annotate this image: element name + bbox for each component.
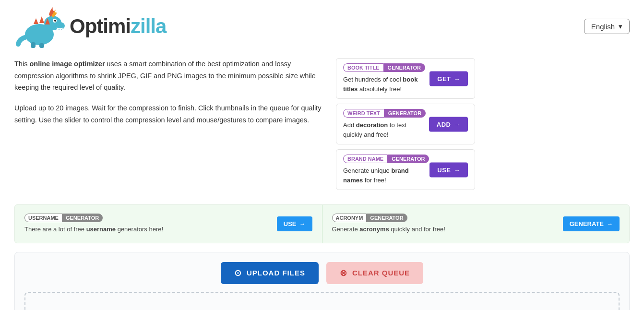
arrow-icon: →: [454, 166, 461, 173]
logo-optimi: Optimi: [70, 15, 131, 37]
desc-bold: online image optimizer: [29, 60, 105, 68]
description-paragraph-1: This online image optimizer uses a smart…: [14, 58, 326, 94]
acronym-item-text: ACRONYMGENERATOR Generate acronyms quick…: [332, 214, 555, 234]
brand-name-btn[interactable]: USE →: [429, 162, 468, 177]
username-use-btn[interactable]: USE →: [277, 216, 312, 231]
main-layout: This online image optimizer uses a smart…: [0, 58, 644, 195]
book-title-tag: BOOK TITLE: [343, 63, 383, 72]
carousel-left-arrow[interactable]: ‹: [10, 308, 14, 310]
logo-area: Optimizilla: [14, 5, 166, 48]
desc2-text: Upload up to 20 images. Wait for the com…: [14, 104, 321, 124]
carousel-right-arrow[interactable]: ›: [630, 308, 634, 310]
upload-files-button[interactable]: ⊙ UPLOAD FILES: [221, 262, 319, 284]
acronym-btn-label: GENERATE: [570, 220, 604, 227]
username-desc: There are a lot of free username generat…: [24, 225, 269, 234]
arrow-icon: →: [454, 120, 461, 128]
acronym-generator-item: ACRONYMGENERATOR Generate acronyms quick…: [322, 205, 630, 243]
language-selector[interactable]: English ▾: [584, 19, 630, 34]
brand-name-card: BRAND NAMEGENERATOR Generate unique bran…: [336, 149, 475, 190]
book-title-desc: Get hundreds of cool book titles absolut…: [343, 75, 420, 94]
book-title-btn[interactable]: GET →: [429, 71, 468, 86]
brand-name-btn-label: USE: [437, 166, 451, 173]
svg-rect-5: [57, 28, 59, 30]
upload-label: UPLOAD FILES: [247, 269, 305, 277]
weird-text-btn[interactable]: ADD →: [429, 117, 468, 131]
upload-area: ⊙ UPLOAD FILES ⊗ CLEAR QUEUE ‹ Drop Your…: [14, 252, 630, 310]
username-generator-item: USERNAMEGENERATOR There are a lot of fre…: [15, 205, 322, 243]
brand-name-desc: Generate unique brand names for free!: [343, 166, 420, 185]
weird-text-desc: Add decoration to text quickly and free!: [343, 120, 420, 139]
header: Optimizilla English ▾: [0, 0, 644, 53]
logo-zilla: zilla: [131, 15, 166, 37]
brand-name-gen-tag: GENERATOR: [387, 155, 429, 163]
svg-point-4: [54, 20, 56, 22]
username-item-text: USERNAMEGENERATOR There are a lot of fre…: [24, 214, 269, 234]
weird-text-gen-tag: GENERATOR: [384, 109, 426, 118]
weird-text-card: WEIRD TEXTGENERATOR Add decoration to te…: [336, 104, 475, 144]
drop-zone[interactable]: Drop Your Files Here: [24, 292, 620, 310]
desc-pre: This: [14, 60, 29, 68]
acronym-gen-tag: GENERATOR: [366, 214, 407, 222]
drop-zone-wrapper: ‹ Drop Your Files Here ›: [24, 292, 620, 310]
clear-label: CLEAR QUEUE: [352, 269, 410, 277]
weird-text-btn-label: ADD: [437, 120, 451, 128]
username-btn-label: USE: [284, 220, 297, 227]
description-paragraph-2: Upload up to 20 images. Wait for the com…: [14, 102, 326, 126]
acronym-desc: Generate acronyms quickly and for free!: [332, 225, 555, 234]
banner-strip: USERNAMEGENERATOR There are a lot of fre…: [14, 204, 630, 243]
left-content: This online image optimizer uses a smart…: [14, 58, 326, 195]
language-label: English: [591, 23, 615, 31]
chevron-down-icon: ▾: [619, 22, 622, 31]
arrow-icon: →: [454, 75, 461, 82]
svg-rect-11: [39, 43, 44, 48]
clear-queue-button[interactable]: ⊗ CLEAR QUEUE: [326, 262, 423, 284]
arrow-icon: →: [607, 220, 613, 227]
logo-text: Optimizilla: [70, 15, 166, 38]
svg-marker-8: [39, 16, 44, 23]
upload-icon: ⊙: [234, 268, 242, 278]
brand-name-tag: BRAND NAME: [343, 155, 387, 163]
weird-text-tag: WEIRD TEXT: [343, 109, 384, 118]
username-gen-tag: GENERATOR: [62, 214, 103, 222]
acronym-tag: ACRONYM: [332, 214, 367, 222]
dino-logo: [14, 5, 67, 48]
right-sidebar: BOOK TITLEGENERATOR Get hundreds of cool…: [336, 58, 475, 195]
svg-rect-10: [31, 42, 36, 48]
arrow-icon: →: [299, 220, 306, 227]
clear-icon: ⊗: [340, 268, 347, 278]
username-tag: USERNAME: [24, 214, 62, 222]
svg-marker-7: [34, 18, 38, 24]
svg-rect-6: [60, 28, 61, 30]
upload-buttons: ⊙ UPLOAD FILES ⊗ CLEAR QUEUE: [24, 262, 620, 284]
acronym-generate-btn[interactable]: GENERATE →: [563, 216, 620, 231]
book-title-card: BOOK TITLEGENERATOR Get hundreds of cool…: [336, 58, 475, 99]
book-title-btn-label: GET: [437, 75, 451, 82]
book-title-gen-tag: GENERATOR: [383, 63, 425, 72]
